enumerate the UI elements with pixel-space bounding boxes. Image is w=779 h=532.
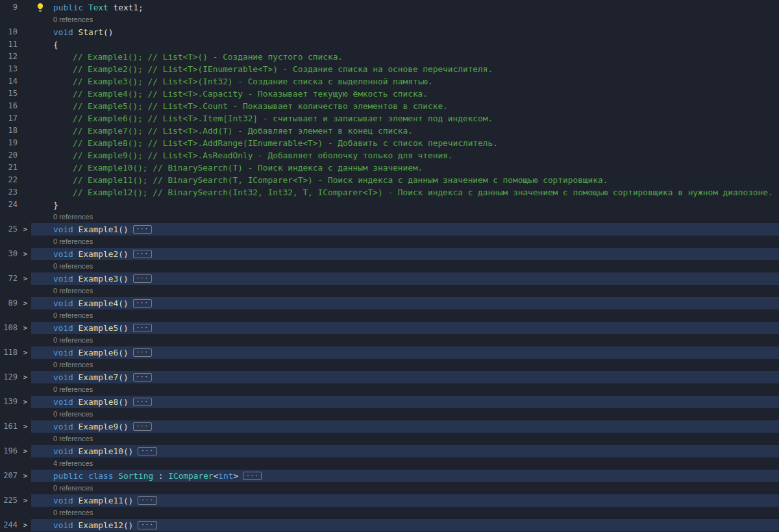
code-line-content[interactable]: void Example5()··· bbox=[31, 322, 779, 334]
codelens-link[interactable]: 0 references bbox=[31, 211, 779, 223]
code-line-content[interactable]: void Example1()··· bbox=[31, 223, 779, 236]
fold-chevron-icon[interactable]: > bbox=[19, 519, 31, 531]
collapsed-region-box[interactable]: ··· bbox=[133, 373, 152, 381]
code-line-content[interactable]: void Example7()··· bbox=[31, 371, 779, 383]
code-line-content[interactable]: void Example6()··· bbox=[31, 346, 779, 359]
code-row: 196>void Example10()··· bbox=[0, 445, 779, 457]
code-line-content[interactable]: void Example2()··· bbox=[31, 248, 779, 260]
code-line-content[interactable]: // Example6(); // List<T>.Item[Int32] - … bbox=[31, 112, 779, 125]
codelens-link[interactable]: 0 references bbox=[31, 260, 779, 272]
collapsed-region-box[interactable]: ··· bbox=[133, 250, 152, 258]
fold-chevron-icon[interactable]: > bbox=[19, 223, 31, 236]
code-token-comment: // Example2(); // List<T>(IEnumerable<T>… bbox=[73, 64, 493, 74]
collapsed-region-box[interactable]: ··· bbox=[243, 472, 262, 480]
code-line-content[interactable]: { bbox=[31, 38, 779, 51]
code-line-content[interactable]: void Example11()··· bbox=[31, 494, 779, 507]
code-line-content[interactable]: // Example3(); // List<T>(Int32) - Созда… bbox=[31, 75, 779, 88]
code-row: 225>void Example11()··· bbox=[0, 494, 779, 507]
fold-chevron-icon[interactable]: > bbox=[19, 248, 31, 260]
lightbulb-icon[interactable] bbox=[36, 3, 45, 12]
code-row: 16// Example5(); // List<T>.Count - Пока… bbox=[0, 100, 779, 112]
fold-chevron-icon[interactable]: > bbox=[19, 297, 31, 309]
code-line-content[interactable]: // Example12(); // BinarySearch(Int32, I… bbox=[31, 186, 779, 199]
codelens-link[interactable]: 0 references bbox=[31, 482, 779, 494]
codelens-link[interactable]: 0 references bbox=[31, 359, 779, 371]
codelens-link[interactable]: 0 references bbox=[31, 433, 779, 445]
fold-gutter bbox=[19, 309, 31, 322]
fold-chevron-icon[interactable]: > bbox=[19, 470, 31, 482]
fold-chevron-icon[interactable]: > bbox=[19, 494, 31, 507]
code-line-content[interactable]: void Example8()··· bbox=[31, 396, 779, 408]
collapsed-region-box[interactable]: ··· bbox=[138, 496, 156, 505]
fold-chevron-icon[interactable]: > bbox=[19, 396, 31, 408]
collapsed-region-box[interactable]: ··· bbox=[133, 225, 152, 234]
line-number bbox=[0, 211, 19, 223]
collapsed-region-box[interactable]: ··· bbox=[133, 348, 152, 357]
code-token-plain: () bbox=[118, 422, 128, 431]
code-token-plain: > bbox=[233, 471, 238, 481]
code-line-content[interactable]: void Example9()··· bbox=[31, 420, 779, 433]
code-token-keyword: void bbox=[53, 298, 79, 308]
code-line-content[interactable]: // Example7(); // List<T>.Add(T) - Добав… bbox=[31, 125, 779, 137]
code-line-content[interactable]: void Example3()··· bbox=[31, 272, 779, 285]
codelens-link[interactable]: 0 references bbox=[31, 309, 779, 322]
code-line-content[interactable]: // Example9(); // List<T>.AsReadOnly - Д… bbox=[31, 149, 779, 162]
code-row: 11{ bbox=[0, 38, 779, 51]
line-number: 22 bbox=[0, 174, 19, 186]
code-line-content[interactable]: void Example10()··· bbox=[31, 445, 779, 457]
fold-gutter bbox=[19, 211, 31, 223]
code-line-content[interactable]: // Example10(); // BinarySearch(T) - Пои… bbox=[31, 162, 779, 174]
code-line-content[interactable]: public class Sorting : IComparer<int>··· bbox=[31, 470, 779, 482]
fold-chevron-icon[interactable]: > bbox=[19, 420, 31, 433]
code-line-content[interactable]: // Example5(); // List<T>.Count - Показы… bbox=[31, 100, 779, 112]
code-line-content[interactable]: void Start() bbox=[31, 26, 779, 38]
codelens-link[interactable]: 0 references bbox=[31, 507, 779, 519]
collapsed-region-box[interactable]: ··· bbox=[133, 324, 152, 332]
fold-chevron-icon[interactable]: > bbox=[19, 272, 31, 285]
codelens-link[interactable]: 0 references bbox=[31, 285, 779, 297]
fold-gutter bbox=[19, 285, 31, 297]
line-number: 118 bbox=[0, 346, 19, 359]
code-line-content[interactable]: void Example4()··· bbox=[31, 297, 779, 309]
code-row: 15// Example4(); // List<T>.Capacity - П… bbox=[0, 88, 779, 100]
code-line-content[interactable]: // Example8(); // List<T>.AddRange(IEnum… bbox=[31, 137, 779, 149]
codelens-link[interactable]: 0 references bbox=[31, 408, 779, 420]
collapsed-region-box[interactable]: ··· bbox=[133, 422, 152, 431]
collapsed-region-box[interactable]: ··· bbox=[138, 521, 156, 529]
fold-chevron-icon[interactable]: > bbox=[19, 445, 31, 457]
codelens-link[interactable]: 0 references bbox=[31, 383, 779, 396]
code-token-keyword: void bbox=[53, 397, 79, 407]
collapsed-region-box[interactable]: ··· bbox=[133, 398, 152, 406]
fold-gutter bbox=[19, 125, 31, 137]
code-line-content[interactable]: void Example12()··· bbox=[31, 519, 779, 531]
codelens-link[interactable]: 4 references bbox=[31, 457, 779, 470]
code-token-method: Example2 bbox=[79, 249, 119, 259]
collapsed-region-box[interactable]: ··· bbox=[138, 447, 156, 455]
code-token-plain: () bbox=[118, 274, 128, 284]
fold-chevron-icon[interactable]: > bbox=[19, 371, 31, 383]
fold-chevron-icon[interactable]: > bbox=[19, 322, 31, 334]
code-row: 13// Example2(); // List<T>(IEnumerable<… bbox=[0, 63, 779, 75]
code-token-plain: text1; bbox=[108, 3, 143, 12]
line-number: 244 bbox=[0, 519, 19, 531]
fold-gutter bbox=[19, 433, 31, 445]
code-line-content[interactable]: } bbox=[31, 199, 779, 211]
code-line-content[interactable]: // Example2(); // List<T>(IEnumerable<T>… bbox=[31, 63, 779, 75]
code-line-content[interactable]: // Example4(); // List<T>.Capacity - Пок… bbox=[31, 88, 779, 100]
code-token-keyword: void bbox=[53, 496, 79, 505]
codelens-link[interactable]: 0 references bbox=[31, 236, 779, 248]
fold-chevron-icon[interactable]: > bbox=[19, 346, 31, 359]
line-number: 23 bbox=[0, 186, 19, 199]
codelens-link[interactable]: 0 references bbox=[31, 14, 779, 26]
line-number: 24 bbox=[0, 199, 19, 211]
code-line-content[interactable]: // Example11(); // BinarySearch(T, IComp… bbox=[31, 174, 779, 186]
codelens-link[interactable]: 0 references bbox=[31, 334, 779, 346]
code-line-content[interactable]: // Example1(); // List<T>() - Создание п… bbox=[31, 51, 779, 63]
collapsed-region-box[interactable]: ··· bbox=[133, 274, 152, 283]
code-line-content[interactable]: public Text text1; bbox=[31, 1, 779, 14]
code-token-method: Example12 bbox=[79, 520, 123, 530]
code-token-comment: // Example1(); // List<T>() - Создание п… bbox=[73, 52, 343, 62]
collapsed-region-box[interactable]: ··· bbox=[133, 299, 152, 308]
codelens-row: 0 references bbox=[0, 383, 779, 396]
code-token-keyword: void bbox=[53, 274, 79, 284]
